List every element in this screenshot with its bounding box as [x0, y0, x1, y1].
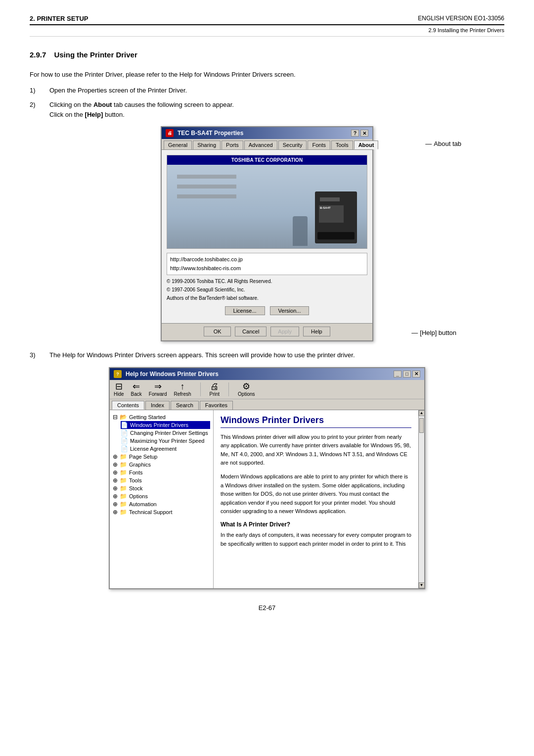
properties-dialog-wrapper: 🖨 TEC B-SA4T Properties ? ✕ General Shar… [30, 126, 504, 341]
step-2-text2-post: button. [103, 111, 124, 118]
tree-license[interactable]: 📄 License Agreement [121, 445, 210, 453]
properties-dialog: 🖨 TEC B-SA4T Properties ? ✕ General Shar… [161, 126, 373, 341]
tree-ps-label: Page Setup [129, 454, 158, 460]
tree-tech-support[interactable]: ⊕ 📁 Technical Support [113, 508, 210, 516]
tree-graphics[interactable]: ⊕ 📁 Graphics [113, 461, 210, 469]
expand-icon-op: ⊕ [113, 493, 118, 500]
scroll-up-arrow[interactable]: ▲ [419, 410, 425, 416]
step-1-text: Open the Properties screen of the Printe… [49, 86, 504, 95]
help-tab-favorites[interactable]: Favorites [200, 401, 233, 410]
tab-ports[interactable]: Ports [222, 141, 243, 149]
help-titlebar-buttons[interactable]: _ □ ✕ [394, 371, 420, 378]
copyright1: © 1999-2006 Toshiba TEC. All Rights Rese… [167, 277, 367, 285]
license-version-buttons[interactable]: License... Version... [167, 306, 367, 315]
close-titlebar-btn[interactable]: ✕ [360, 130, 368, 137]
person-silhouette [293, 216, 308, 246]
tree-getting-started[interactable]: ⊟ 📂 Getting Started [113, 413, 210, 421]
doc-icon-4: 📄 [121, 445, 128, 452]
about-copyright: © 1999-2006 Toshiba TEC. All Rights Rese… [167, 277, 367, 302]
ok-button[interactable]: OK [204, 327, 231, 336]
print-icon: 🖨 [210, 382, 219, 391]
tab-fonts[interactable]: Fonts [308, 141, 330, 149]
help-tab-search[interactable]: Search [171, 401, 199, 410]
expand-icon-au: ⊕ [113, 501, 118, 508]
toolbar-divider [200, 382, 201, 396]
scroll-down-arrow[interactable]: ▼ [419, 582, 425, 588]
toolbar-forward[interactable]: ⇒ Forward [149, 382, 167, 397]
license-button[interactable]: License... [225, 306, 265, 315]
tab-sharing[interactable]: Sharing [193, 141, 221, 149]
folder-icon-op: 📁 [120, 493, 127, 500]
tree-st-label: Stock [129, 485, 143, 491]
toolbar-options[interactable]: ⚙ Options [238, 382, 255, 397]
tree-options[interactable]: ⊕ 📁 Options [113, 492, 210, 500]
toolbar-hide[interactable]: ⊟ Hide [114, 382, 124, 397]
doc-icon-3: 📄 [121, 437, 128, 444]
step-1-num: 1) [30, 86, 49, 95]
toolbar-print[interactable]: 🖨 Print [210, 382, 220, 397]
folder-icon-tl: 📁 [120, 477, 127, 484]
options-icon: ⚙ [242, 382, 250, 391]
printer-base [317, 232, 355, 239]
step-2: 2) Clicking on the About tab causes the … [30, 100, 504, 119]
help-titlebar-btn[interactable]: ? [351, 130, 359, 137]
tree-automation[interactable]: ⊕ 📁 Automation [113, 500, 210, 508]
toolbar-refresh[interactable]: ↑ Refresh [174, 382, 191, 397]
help-close-btn[interactable]: ✕ [412, 371, 420, 378]
tree-fonts[interactable]: ⊕ 📁 Fonts [113, 469, 210, 476]
tab-general[interactable]: General [164, 141, 192, 149]
cancel-button[interactable]: Cancel [235, 327, 267, 336]
tree-wpd-label: Windows Printer Drivers [130, 422, 188, 428]
tab-about[interactable]: About [354, 141, 379, 149]
help-restore-btn[interactable]: □ [403, 371, 411, 378]
help-tree-panel[interactable]: ⊟ 📂 Getting Started 📄 Windows Printer Dr… [110, 410, 214, 588]
help-tab-contents[interactable]: Contents [112, 401, 144, 410]
properties-bottom-buttons[interactable]: OK Cancel Apply Help — [Help] button [162, 323, 372, 340]
tree-windows-printer-drivers[interactable]: 📄 Windows Printer Drivers [121, 421, 210, 429]
help-content-title: Windows Printer Drivers [221, 415, 411, 428]
shelf2 [177, 185, 236, 189]
section-title: 2. PRINTER SETUP [30, 15, 88, 22]
refresh-icon: ↑ [180, 382, 185, 391]
toolbar-back[interactable]: ⇐ Back [131, 382, 142, 397]
tree-page-setup[interactable]: ⊕ 📁 Page Setup [113, 453, 210, 461]
scroll-thumb[interactable] [419, 418, 424, 433]
tab-tools[interactable]: Tools [331, 141, 353, 149]
tab-security[interactable]: Security [278, 141, 307, 149]
folder-icon-au: 📁 [120, 501, 127, 508]
copyright3: Authors of the BarTender® label software… [167, 294, 367, 302]
page-number: E2-67 [259, 604, 276, 612]
doc-icon-1: 📄 [121, 422, 128, 428]
refresh-label: Refresh [174, 391, 191, 397]
tree-stock[interactable]: ⊕ 📁 Stock [113, 484, 210, 492]
expand-icon-ts: ⊕ [113, 509, 118, 516]
apply-button[interactable]: Apply [270, 327, 299, 336]
help-toolbar[interactable]: ⊟ Hide ⇐ Back ⇒ Forward ↑ Refresh 🖨 Prin… [110, 380, 424, 399]
help-scrollbar[interactable]: ▲ ▼ [418, 410, 424, 588]
folder-icon: 📂 [120, 414, 127, 421]
tree-tl-label: Tools [129, 477, 142, 483]
back-icon: ⇐ [133, 382, 140, 391]
tree-maximizing[interactable]: 📄 Maximizing Your Printer Speed [121, 437, 210, 445]
hide-label: Hide [114, 391, 124, 397]
section-heading: Using the Printer Driver [54, 50, 137, 59]
help-minimize-btn[interactable]: _ [394, 371, 401, 378]
help-dialog-title: Help for Windows Printer Drivers [126, 371, 219, 378]
scroll-track[interactable] [419, 416, 424, 582]
back-label: Back [131, 391, 142, 397]
step-2-text-post: tab causes the following screen to appea… [112, 101, 233, 108]
help-tab-index[interactable]: Index [145, 401, 170, 410]
expand-icon-fn: ⊕ [113, 469, 118, 476]
help-titlebar: ? Help for Windows Printer Drivers _ □ ✕ [110, 368, 424, 380]
tree-fn-label: Fonts [129, 470, 143, 475]
tree-tools[interactable]: ⊕ 📁 Tools [113, 476, 210, 484]
step-2-num: 2) [30, 100, 49, 119]
help-dialog-wrapper: ? Help for Windows Printer Drivers _ □ ✕… [30, 367, 504, 589]
tab-advanced[interactable]: Advanced [244, 141, 277, 149]
help-button[interactable]: Help [303, 327, 330, 336]
version-button[interactable]: Version... [270, 306, 310, 315]
properties-tabs[interactable]: General Sharing Ports Advanced Security … [162, 139, 372, 150]
titlebar-buttons[interactable]: ? ✕ [351, 130, 368, 137]
help-tabs[interactable]: Contents Index Search Favorites [110, 399, 424, 410]
tree-changing-settings[interactable]: 📄 Changing Printer Driver Settings [121, 429, 210, 437]
